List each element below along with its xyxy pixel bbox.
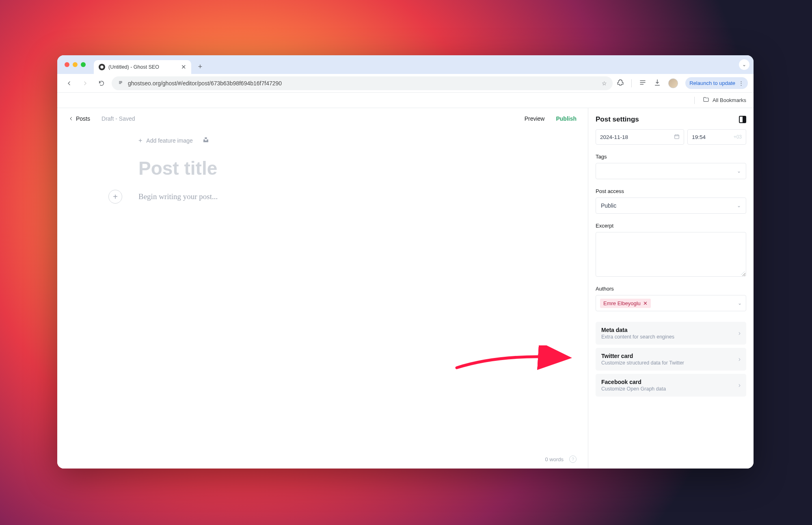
download-icon[interactable]: [654, 79, 661, 88]
author-name: Emre Elbeyoglu: [603, 300, 641, 306]
unsplash-icon[interactable]: [203, 137, 209, 144]
preview-button[interactable]: Preview: [525, 115, 545, 122]
close-tab-button[interactable]: ✕: [181, 63, 186, 71]
chevron-down-icon: ⌄: [737, 168, 741, 174]
publish-time-input[interactable]: 19:54 +03: [687, 129, 746, 145]
window-controls: [65, 62, 86, 67]
tab-favicon: [99, 64, 105, 70]
meta-title: Twitter card: [601, 353, 684, 359]
plus-icon: +: [138, 137, 142, 144]
chevron-right-icon: ›: [739, 330, 741, 337]
time-value: 19:54: [692, 134, 706, 140]
add-block-button[interactable]: +: [108, 190, 122, 204]
add-feature-image[interactable]: + Add feature image: [138, 137, 588, 144]
close-window-button[interactable]: [65, 62, 69, 67]
browser-tab-bar: (Untitled) - Ghost SEO ✕ + ⌄: [57, 55, 754, 74]
back-button[interactable]: [63, 77, 75, 89]
excerpt-textarea[interactable]: [596, 232, 746, 277]
facebook-card-item[interactable]: Facebook card Customize Open Graph data …: [596, 374, 746, 397]
authors-label: Authors: [596, 286, 746, 292]
date-value: 2024-11-18: [600, 134, 628, 140]
settings-title: Post settings: [596, 115, 639, 124]
bookmarks-bar: All Bookmarks: [57, 93, 754, 108]
relaunch-label: Relaunch to update: [689, 80, 735, 86]
chevron-down-icon: ⌄: [737, 203, 741, 208]
meta-list: Meta data Extra content for search engin…: [596, 322, 746, 397]
tags-label: Tags: [596, 154, 746, 160]
author-pill: Emre Elbeyoglu ✕: [600, 299, 651, 308]
url-toolbar: ghostseo.org/ghost/#/editor/post/673b63b…: [57, 74, 754, 93]
meta-title: Meta data: [601, 327, 674, 333]
ghost-editor-app: Posts Draft - Saved Preview Publish + Ad…: [57, 108, 754, 469]
draft-status: Draft - Saved: [102, 115, 135, 122]
extensions-icon[interactable]: [617, 79, 624, 88]
tags-select[interactable]: ⌄: [596, 163, 746, 179]
reading-list-icon[interactable]: [639, 79, 646, 88]
editor-body: + Add feature image + Begin writing your…: [57, 129, 588, 469]
meta-subtitle: Customize Open Graph data: [601, 386, 666, 392]
tabs-dropdown-button[interactable]: ⌄: [739, 59, 749, 70]
divider: [694, 97, 695, 104]
publish-button[interactable]: Publish: [556, 115, 577, 122]
svg-point-0: [100, 65, 104, 69]
menu-dots-icon[interactable]: ⋮: [739, 80, 744, 86]
help-icon[interactable]: ?: [569, 456, 577, 463]
reload-button[interactable]: [95, 77, 108, 89]
calendar-icon: [674, 134, 680, 141]
tab-title: (Untitled) - Ghost SEO: [108, 64, 178, 70]
bookmark-star-icon[interactable]: ☆: [602, 80, 607, 87]
browser-window: (Untitled) - Ghost SEO ✕ + ⌄ ghostseo.or…: [57, 55, 754, 469]
svg-rect-1: [675, 135, 679, 138]
all-bookmarks-link[interactable]: All Bookmarks: [713, 97, 746, 103]
address-bar[interactable]: ghostseo.org/ghost/#/editor/post/673b63b…: [112, 76, 613, 90]
post-access-select[interactable]: Public ⌄: [596, 197, 746, 214]
toggle-panel-icon[interactable]: [739, 116, 746, 123]
editor-footer: 0 words ?: [545, 456, 577, 463]
chevron-down-icon: ⌄: [738, 300, 742, 306]
site-info-icon[interactable]: [117, 79, 124, 87]
twitter-card-item[interactable]: Twitter card Customize structured data f…: [596, 348, 746, 371]
editor-pane: Posts Draft - Saved Preview Publish + Ad…: [57, 108, 588, 469]
forward-button[interactable]: [79, 77, 91, 89]
browser-tab[interactable]: (Untitled) - Ghost SEO ✕: [94, 60, 191, 74]
timezone-label: +03: [734, 134, 742, 140]
back-to-posts-link[interactable]: Posts: [69, 115, 90, 122]
chevron-right-icon: ›: [739, 382, 741, 389]
new-tab-button[interactable]: +: [194, 61, 206, 72]
word-count: 0 words: [545, 456, 564, 462]
url-text: ghostseo.org/ghost/#/editor/post/673b63b…: [128, 80, 598, 87]
post-access-label: Post access: [596, 188, 746, 194]
body-placeholder[interactable]: Begin writing your post...: [138, 192, 218, 201]
post-settings-panel: Post settings 2024-11-18 19:54 +03 Tags …: [588, 108, 754, 469]
excerpt-label: Excerpt: [596, 223, 746, 229]
meta-subtitle: Customize structured data for Twitter: [601, 360, 684, 366]
post-title-input[interactable]: [138, 157, 510, 179]
authors-select[interactable]: Emre Elbeyoglu ✕ ⌄: [596, 295, 746, 311]
posts-label: Posts: [76, 115, 90, 122]
access-value: Public: [601, 202, 616, 209]
maximize-window-button[interactable]: [81, 62, 86, 67]
remove-author-button[interactable]: ✕: [643, 300, 648, 306]
editor-header: Posts Draft - Saved Preview Publish: [57, 108, 588, 129]
minimize-window-button[interactable]: [73, 62, 78, 67]
chevron-right-icon: ›: [739, 356, 741, 363]
meta-subtitle: Extra content for search engines: [601, 334, 674, 340]
meta-title: Facebook card: [601, 379, 666, 385]
meta-data-item[interactable]: Meta data Extra content for search engin…: [596, 322, 746, 345]
publish-date-input[interactable]: 2024-11-18: [596, 129, 684, 145]
relaunch-button[interactable]: Relaunch to update ⋮: [685, 77, 748, 89]
folder-icon: [703, 96, 709, 104]
feature-image-label: Add feature image: [146, 137, 192, 144]
profile-avatar[interactable]: [668, 78, 678, 88]
